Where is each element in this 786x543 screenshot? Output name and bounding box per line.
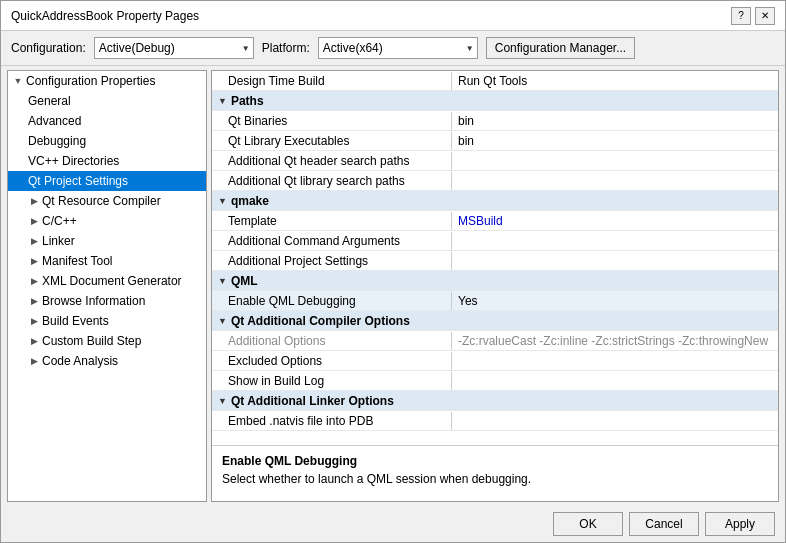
tree-root[interactable]: ▼ Configuration Properties [8,71,206,91]
tree-item-general[interactable]: General [8,91,206,111]
apply-button[interactable]: Apply [705,512,775,536]
info-description: Select whether to launch a QML session w… [222,472,768,486]
section-qt-linker-options[interactable]: ▼ Qt Additional Linker Options [212,391,778,411]
prop-additional-project-settings-value[interactable] [452,259,778,263]
code-analysis-expand-icon: ▶ [28,356,40,366]
tree-item-xml-doc-gen[interactable]: ▶ XML Document Generator [8,271,206,291]
browse-expand-icon: ▶ [28,296,40,306]
prop-embed-natvis-name: Embed .natvis file into PDB [212,412,452,430]
tree-item-browse-info-label: Browse Information [42,294,145,308]
prop-design-time-build-name: Design Time Build [212,72,452,90]
tree-item-qt-project-settings[interactable]: Qt Project Settings [8,171,206,191]
cancel-button[interactable]: Cancel [629,512,699,536]
tree-item-browse-info[interactable]: ▶ Browse Information [8,291,206,311]
tree-item-debugging[interactable]: Debugging [8,131,206,151]
tree-item-manifest-tool[interactable]: ▶ Manifest Tool [8,251,206,271]
tree-item-vc-directories-label: VC++ Directories [28,154,119,168]
tree-item-cpp-label: C/C++ [42,214,77,228]
tree-item-custom-build[interactable]: ▶ Custom Build Step [8,331,206,351]
tree-item-advanced-label: Advanced [28,114,81,128]
prop-design-time-build-value[interactable]: Run Qt Tools [452,72,778,90]
close-button[interactable]: ✕ [755,7,775,25]
help-button[interactable]: ? [731,7,751,25]
manifest-expand-icon: ▶ [28,256,40,266]
main-content: ▼ Configuration Properties General Advan… [1,66,785,506]
prop-qt-lib-executables-value[interactable]: bin [452,132,778,150]
config-manager-button[interactable]: Configuration Manager... [486,37,635,59]
prop-qt-lib-executables-name: Qt Library Executables [212,132,452,150]
prop-additional-cmd-args-name: Additional Command Arguments [212,232,452,250]
prop-excluded-options-name: Excluded Options [212,352,452,370]
tree-item-qt-resource-compiler[interactable]: ▶ Qt Resource Compiler [8,191,206,211]
section-qmake-label: qmake [231,194,269,208]
config-dropdown[interactable]: Active(Debug) [94,37,254,59]
prop-qt-header-paths: Additional Qt header search paths [212,151,778,171]
tree-item-code-analysis[interactable]: ▶ Code Analysis [8,351,206,371]
prop-additional-cmd-args-value[interactable] [452,239,778,243]
prop-excluded-options-value[interactable] [452,359,778,363]
title-bar-buttons: ? ✕ [731,7,775,25]
tree-item-linker[interactable]: ▶ Linker [8,231,206,251]
prop-qt-header-paths-value[interactable] [452,159,778,163]
paths-chevron: ▼ [218,96,227,106]
qt-linker-options-chevron: ▼ [218,396,227,406]
tree-item-advanced[interactable]: Advanced [8,111,206,131]
tree-item-cpp[interactable]: ▶ C/C++ [8,211,206,231]
prop-enable-qml-debugging-value[interactable]: Yes [452,292,778,310]
prop-template-name: Template [212,212,452,230]
tree-item-code-analysis-label: Code Analysis [42,354,118,368]
tree-item-general-label: General [28,94,71,108]
tree-item-vc-directories[interactable]: VC++ Directories [8,151,206,171]
qml-chevron: ▼ [218,276,227,286]
qmake-chevron: ▼ [218,196,227,206]
tree-item-qt-project-settings-label: Qt Project Settings [28,174,128,188]
tree-item-custom-build-label: Custom Build Step [42,334,141,348]
section-paths[interactable]: ▼ Paths [212,91,778,111]
section-qt-compiler-options[interactable]: ▼ Qt Additional Compiler Options [212,311,778,331]
build-events-expand-icon: ▶ [28,316,40,326]
tree-item-manifest-tool-label: Manifest Tool [42,254,112,268]
tree-item-build-events-label: Build Events [42,314,109,328]
section-qml[interactable]: ▼ QML [212,271,778,291]
tree-item-debugging-label: Debugging [28,134,86,148]
prop-show-in-build-log-value[interactable] [452,379,778,383]
prop-additional-options-value[interactable]: -Zc:rvalueCast -Zc:inline -Zc:strictStri… [452,332,778,350]
info-title: Enable QML Debugging [222,454,768,468]
xml-doc-expand-icon: ▶ [28,276,40,286]
prop-qt-header-paths-name: Additional Qt header search paths [212,152,452,170]
prop-design-time-build: Design Time Build Run Qt Tools [212,71,778,91]
prop-embed-natvis-value[interactable] [452,419,778,423]
section-qml-label: QML [231,274,258,288]
platform-dropdown-wrapper: Active(x64) ▼ [318,37,478,59]
prop-template-value[interactable]: MSBuild [452,212,778,230]
prop-qt-lib-paths-value[interactable] [452,179,778,183]
section-qmake[interactable]: ▼ qmake [212,191,778,211]
props-grid: Design Time Build Run Qt Tools ▼ Paths Q… [212,71,778,445]
prop-show-in-build-log-name: Show in Build Log [212,372,452,390]
dialog-title: QuickAddressBook Property Pages [11,9,199,23]
config-dropdown-wrapper: Active(Debug) ▼ [94,37,254,59]
cpp-expand-icon: ▶ [28,216,40,226]
tree-item-build-events[interactable]: ▶ Build Events [8,311,206,331]
prop-show-in-build-log: Show in Build Log [212,371,778,391]
prop-qt-binaries-name: Qt Binaries [212,112,452,130]
prop-qt-binaries-value[interactable]: bin [452,112,778,130]
tree-root-label: Configuration Properties [26,74,155,88]
dialog: QuickAddressBook Property Pages ? ✕ Conf… [0,0,786,543]
ok-button[interactable]: OK [553,512,623,536]
platform-dropdown[interactable]: Active(x64) [318,37,478,59]
config-label: Configuration: [11,41,86,55]
tree-panel: ▼ Configuration Properties General Advan… [7,70,207,502]
config-row: Configuration: Active(Debug) ▼ Platform:… [1,31,785,66]
prop-qt-lib-paths-name: Additional Qt library search paths [212,172,452,190]
prop-additional-project-settings-name: Additional Project Settings [212,252,452,270]
linker-expand-icon: ▶ [28,236,40,246]
title-bar: QuickAddressBook Property Pages ? ✕ [1,1,785,31]
prop-embed-natvis: Embed .natvis file into PDB [212,411,778,431]
prop-qt-lib-executables: Qt Library Executables bin [212,131,778,151]
section-qt-compiler-options-label: Qt Additional Compiler Options [231,314,410,328]
section-paths-label: Paths [231,94,264,108]
qt-compiler-options-chevron: ▼ [218,316,227,326]
tree-item-linker-label: Linker [42,234,75,248]
prop-additional-project-settings: Additional Project Settings [212,251,778,271]
